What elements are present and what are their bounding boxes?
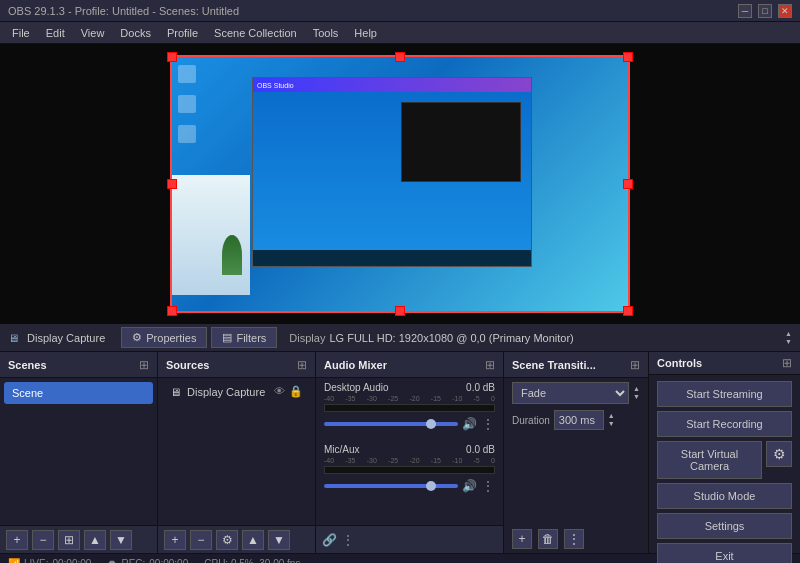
- menu-docks[interactable]: Docks: [112, 25, 159, 41]
- transitions-expand-icon[interactable]: ⊞: [630, 358, 640, 372]
- source-bar: 🖥 Display Capture ⚙ Properties ▤ Filters…: [0, 324, 800, 352]
- mic-audio-icon[interactable]: 🔊: [462, 479, 477, 493]
- virtual-camera-settings-button[interactable]: ⚙: [766, 441, 792, 467]
- menu-help[interactable]: Help: [346, 25, 385, 41]
- live-label: LIVE:: [24, 558, 48, 563]
- scenes-expand-icon[interactable]: ⊞: [139, 358, 149, 372]
- studio-mode-button[interactable]: Studio Mode: [657, 483, 792, 509]
- preview-canvas: OBS Studio: [170, 55, 630, 313]
- scenes-remove-button[interactable]: −: [32, 530, 54, 550]
- window-title: OBS 29.1.3 - Profile: Untitled - Scenes:…: [8, 5, 239, 17]
- scenes-add-button[interactable]: +: [6, 530, 28, 550]
- handle-top-middle[interactable]: [395, 52, 405, 62]
- menu-edit[interactable]: Edit: [38, 25, 73, 41]
- transition-add-button[interactable]: +: [512, 529, 532, 549]
- scenes-down-button[interactable]: ▼: [110, 530, 132, 550]
- audio-channel-mic: Mic/Aux 0.0 dB -40-35-30-25-20-15-10-50 …: [316, 440, 503, 502]
- sources-remove-button[interactable]: −: [190, 530, 212, 550]
- source-bar-arrows[interactable]: ▲ ▼: [785, 330, 792, 346]
- menu-tools[interactable]: Tools: [305, 25, 347, 41]
- desktop-icon-1: [178, 65, 196, 83]
- settings-button[interactable]: Settings: [657, 513, 792, 539]
- mic-audio-db: 0.0 dB: [466, 444, 495, 455]
- mic-volume-slider[interactable]: [324, 484, 458, 488]
- controls-header: Controls ⊞: [649, 352, 800, 375]
- transitions-header: Scene Transiti... ⊞: [504, 352, 648, 378]
- start-streaming-button[interactable]: Start Streaming: [657, 381, 792, 407]
- duration-input[interactable]: [554, 410, 604, 430]
- desktop-audio-db: 0.0 dB: [466, 382, 495, 393]
- source-display-icon: 🖥: [170, 386, 181, 398]
- audio-expand-icon[interactable]: ⊞: [485, 358, 495, 372]
- desktop-volume-slider[interactable]: [324, 422, 458, 426]
- controls-title: Controls: [657, 357, 702, 369]
- properties-button[interactable]: ⚙ Properties: [121, 327, 207, 348]
- controls-panel: Controls ⊞ Start Streaming Start Recordi…: [649, 352, 800, 553]
- scenes-filter-button[interactable]: ⊞: [58, 530, 80, 550]
- transition-type-row: Fade ▲ ▼: [504, 378, 648, 408]
- handle-top-right[interactable]: [623, 52, 633, 62]
- live-time: 00:00:00: [52, 558, 91, 563]
- handle-bottom-right[interactable]: [623, 306, 633, 316]
- desktop-audio-menu[interactable]: ⋮: [481, 416, 495, 432]
- maximize-button[interactable]: □: [758, 4, 772, 18]
- cpu-status: CPU: 0.5%, 30.00 fps: [204, 558, 300, 563]
- rec-icon: ⏺: [107, 558, 117, 563]
- sources-down-button[interactable]: ▼: [268, 530, 290, 550]
- desktop-volume-knob: [426, 419, 436, 429]
- sources-expand-icon[interactable]: ⊞: [297, 358, 307, 372]
- start-virtual-camera-button[interactable]: Start Virtual Camera: [657, 441, 762, 479]
- audio-menu-icon[interactable]: ⋮: [341, 532, 355, 548]
- sources-add-button[interactable]: +: [164, 530, 186, 550]
- handle-bottom-middle[interactable]: [395, 306, 405, 316]
- start-recording-button[interactable]: Start Recording: [657, 411, 792, 437]
- scenes-up-button[interactable]: ▲: [84, 530, 106, 550]
- exit-button[interactable]: Exit: [657, 543, 792, 563]
- audio-link-icon[interactable]: 🔗: [322, 533, 337, 547]
- handle-middle-right[interactable]: [623, 179, 633, 189]
- window-controls: ─ □ ✕: [738, 4, 792, 18]
- source-lock-icon[interactable]: 🔒: [289, 385, 303, 398]
- rec-status: ⏺ REC: 00:00:00: [107, 558, 188, 563]
- mic-audio-menu[interactable]: ⋮: [481, 478, 495, 494]
- menu-profile[interactable]: Profile: [159, 25, 206, 41]
- rec-label: REC:: [121, 558, 145, 563]
- mic-volume-knob: [426, 481, 436, 491]
- sources-up-button[interactable]: ▲: [242, 530, 264, 550]
- close-button[interactable]: ✕: [778, 4, 792, 18]
- duration-arrows[interactable]: ▲ ▼: [608, 412, 615, 428]
- room-scene: [172, 175, 250, 295]
- rec-time: 00:00:00: [149, 558, 188, 563]
- menu-view[interactable]: View: [73, 25, 113, 41]
- menu-file[interactable]: File: [4, 25, 38, 41]
- transition-type-select[interactable]: Fade: [512, 382, 629, 404]
- handle-middle-left[interactable]: [167, 179, 177, 189]
- source-item-display[interactable]: 🖥 Display Capture 👁 🔒: [162, 380, 311, 403]
- transition-arrows[interactable]: ▲ ▼: [633, 385, 640, 401]
- minimize-button[interactable]: ─: [738, 4, 752, 18]
- scene-item[interactable]: Scene: [4, 382, 153, 404]
- controls-expand-icon[interactable]: ⊞: [782, 356, 792, 370]
- scenes-title: Scenes: [8, 359, 47, 371]
- desktop-volume-row: 🔊 ⋮: [324, 416, 495, 432]
- menu-scene-collection[interactable]: Scene Collection: [206, 25, 305, 41]
- title-bar: OBS 29.1.3 - Profile: Untitled - Scenes:…: [0, 0, 800, 22]
- live-status: 📶 LIVE: 00:00:00: [8, 558, 91, 563]
- transition-duration-row: Duration ▲ ▼: [504, 408, 648, 432]
- sources-title: Sources: [166, 359, 209, 371]
- preview-background: OBS Studio: [172, 57, 628, 311]
- transition-menu-button[interactable]: ⋮: [564, 529, 584, 549]
- sources-footer: + − ⚙ ▲ ▼: [158, 525, 315, 553]
- desktop-audio-icon[interactable]: 🔊: [462, 417, 477, 431]
- desktop-icons: [178, 65, 196, 143]
- source-display-name: Display Capture: [187, 386, 265, 398]
- source-eye-icon[interactable]: 👁: [274, 385, 285, 398]
- filters-button[interactable]: ▤ Filters: [211, 327, 277, 348]
- handle-bottom-left[interactable]: [167, 306, 177, 316]
- inner-content: [253, 92, 531, 266]
- transitions-title: Scene Transiti...: [512, 359, 596, 371]
- transition-delete-button[interactable]: 🗑: [538, 529, 558, 549]
- source-item-icons: 👁 🔒: [274, 385, 303, 398]
- sources-settings-button[interactable]: ⚙: [216, 530, 238, 550]
- handle-top-left[interactable]: [167, 52, 177, 62]
